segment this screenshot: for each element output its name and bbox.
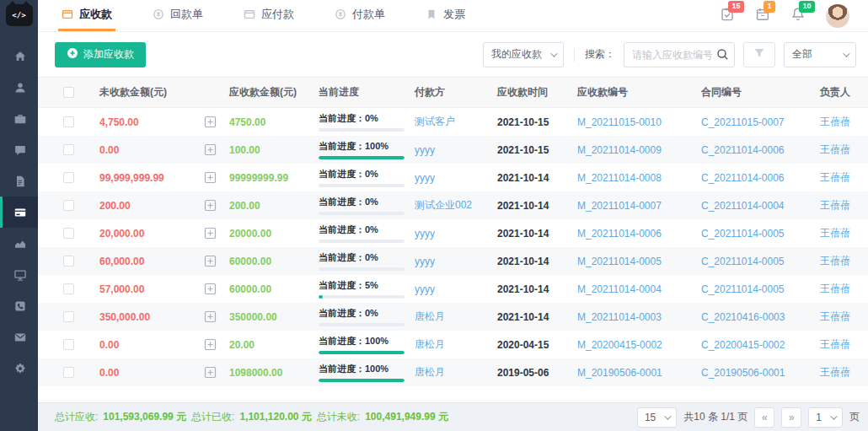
tab-receivables[interactable]: 应收款 — [58, 0, 115, 31]
receivable-no-link[interactable]: M_20211014-0003 — [577, 311, 662, 323]
tab-payment-orders[interactable]: 付款单 — [331, 0, 388, 31]
payer-link[interactable]: yyyy — [415, 283, 435, 295]
expand-row-icon[interactable] — [204, 255, 217, 267]
row-checkbox[interactable] — [63, 339, 74, 350]
row-checkbox[interactable] — [63, 144, 74, 155]
contract-no-link[interactable]: C_20211014-0004 — [701, 200, 785, 212]
payer-link[interactable]: yyyy — [415, 172, 435, 184]
expand-row-icon[interactable] — [204, 310, 217, 323]
row-checkbox[interactable] — [63, 311, 74, 322]
expand-row-icon[interactable] — [204, 116, 217, 128]
sidebar-item-home[interactable] — [0, 40, 38, 72]
add-receivable-button[interactable]: 添加应收款 — [55, 42, 146, 67]
receivable-no-link[interactable]: M_20211014-0009 — [577, 144, 662, 156]
chart-icon — [13, 237, 27, 251]
receivable-no-link[interactable]: M_20200415-0002 — [577, 339, 662, 351]
receivable-no-link[interactable]: M_20211015-0010 — [577, 116, 662, 128]
expand-row-icon[interactable] — [204, 199, 217, 212]
receivable-no-link[interactable]: M_20211014-0006 — [577, 228, 662, 240]
row-checkbox[interactable] — [63, 367, 74, 378]
sidebar-item-finance[interactable] — [0, 197, 38, 228]
payer-link[interactable]: yyyy — [415, 144, 435, 156]
expand-row-icon[interactable] — [204, 227, 217, 240]
payer-link[interactable]: 测试企业002 — [415, 199, 472, 211]
user-avatar[interactable] — [826, 4, 849, 28]
contract-no-link[interactable]: C_20211014-0006 — [701, 172, 785, 184]
receivable-no-link[interactable]: M_20211014-0008 — [577, 172, 662, 184]
row-checkbox[interactable] — [63, 200, 74, 211]
unpaid-amount: 0.00 — [99, 144, 204, 156]
sidebar-item-phone[interactable] — [0, 290, 38, 321]
contract-no-link[interactable]: C_20200415-0002 — [701, 339, 785, 351]
receivable-date: 2021-10-14 — [497, 311, 577, 323]
schedule-button[interactable]: 1 — [755, 7, 770, 25]
contract-no-link[interactable]: C_20211014-0006 — [701, 144, 785, 156]
owner-link[interactable]: 王蓓蓓 — [820, 338, 850, 350]
approvals-button[interactable]: 15 — [720, 7, 735, 25]
payer-link[interactable]: 测试客户 — [415, 116, 455, 127]
next-page-button[interactable]: » — [781, 407, 801, 428]
expand-row-icon[interactable] — [204, 171, 217, 184]
contract-no-link[interactable]: C_20211014-0005 — [701, 228, 785, 240]
search-icon[interactable] — [716, 48, 729, 64]
alerts-button[interactable]: 10 — [790, 7, 806, 25]
row-checkbox[interactable] — [63, 283, 74, 294]
filter-button[interactable] — [743, 42, 775, 67]
contract-no-link[interactable]: C_20211015-0007 — [701, 116, 785, 128]
owner-link[interactable]: 王蓓蓓 — [820, 171, 850, 183]
receivable-no-link[interactable]: M_20211014-0004 — [577, 283, 662, 295]
select-all-checkbox[interactable] — [63, 87, 74, 98]
sidebar-item-workstation[interactable] — [0, 259, 38, 290]
contract-no-link[interactable]: C_20211014-0005 — [701, 283, 785, 295]
sidebar-item-messages[interactable] — [0, 134, 38, 165]
owner-link[interactable]: 王蓓蓓 — [820, 283, 850, 294]
page-size-select[interactable]: 15 — [637, 407, 677, 428]
expand-row-icon[interactable] — [204, 338, 217, 351]
payer-link[interactable]: 唐松月 — [415, 338, 445, 350]
row-checkbox[interactable] — [63, 228, 74, 239]
page-number-select[interactable]: 1 — [808, 407, 843, 428]
payer-link[interactable]: yyyy — [415, 228, 435, 240]
sidebar-item-mail[interactable] — [0, 321, 38, 353]
sidebar-nav — [0, 40, 38, 384]
sidebar-item-reports[interactable] — [0, 228, 38, 259]
status-select[interactable]: 全部 — [784, 42, 856, 67]
scope-select[interactable]: 我的应收款 — [483, 42, 564, 67]
prev-page-button[interactable]: « — [754, 407, 774, 428]
payer-link[interactable]: 唐松月 — [415, 310, 445, 322]
contract-no-link[interactable]: C_20190506-0001 — [701, 367, 785, 379]
owner-link[interactable]: 王蓓蓓 — [820, 143, 850, 155]
owner-link[interactable]: 王蓓蓓 — [820, 116, 850, 127]
receivable-no-link[interactable]: M_20211014-0007 — [577, 200, 662, 212]
payer-link[interactable]: 唐松月 — [415, 366, 445, 378]
progress-bar-fill — [319, 295, 323, 299]
app-logo[interactable]: </> — [0, 0, 38, 30]
owner-link[interactable]: 王蓓蓓 — [820, 366, 850, 378]
tab-payables[interactable]: 应付款 — [240, 0, 297, 31]
sidebar-item-settings[interactable] — [0, 353, 38, 384]
owner-link[interactable]: 王蓓蓓 — [820, 199, 850, 211]
contract-no-link[interactable]: C_20210416-0003 — [701, 311, 785, 323]
expand-row-icon[interactable] — [204, 366, 217, 379]
payer-link[interactable]: yyyy — [415, 256, 435, 267]
sidebar-item-documents[interactable] — [0, 165, 38, 197]
receivable-no-link[interactable]: M_20211014-0005 — [577, 256, 662, 267]
row-checkbox[interactable] — [63, 172, 74, 183]
receivable-no-link[interactable]: M_20190506-0001 — [577, 367, 662, 379]
row-checkbox[interactable] — [63, 116, 74, 127]
receivable-date: 2020-04-15 — [497, 339, 577, 351]
status-select-value: 全部 — [792, 47, 812, 62]
expand-row-icon[interactable] — [204, 283, 217, 295]
owner-link[interactable]: 王蓓蓓 — [820, 255, 850, 267]
receivable-amount: 20000.00 — [229, 228, 319, 240]
tab-payment-received[interactable]: 回款单 — [149, 0, 206, 31]
owner-link[interactable]: 王蓓蓓 — [820, 310, 850, 322]
tab-invoices[interactable]: 发票 — [422, 0, 469, 31]
tab-label: 付款单 — [352, 7, 385, 22]
contract-no-link[interactable]: C_20211014-0005 — [701, 256, 785, 267]
row-checkbox[interactable] — [63, 256, 74, 267]
sidebar-item-contacts[interactable] — [0, 72, 38, 103]
expand-row-icon[interactable] — [204, 143, 217, 156]
sidebar-item-business[interactable] — [0, 103, 38, 134]
owner-link[interactable]: 王蓓蓓 — [820, 227, 850, 239]
